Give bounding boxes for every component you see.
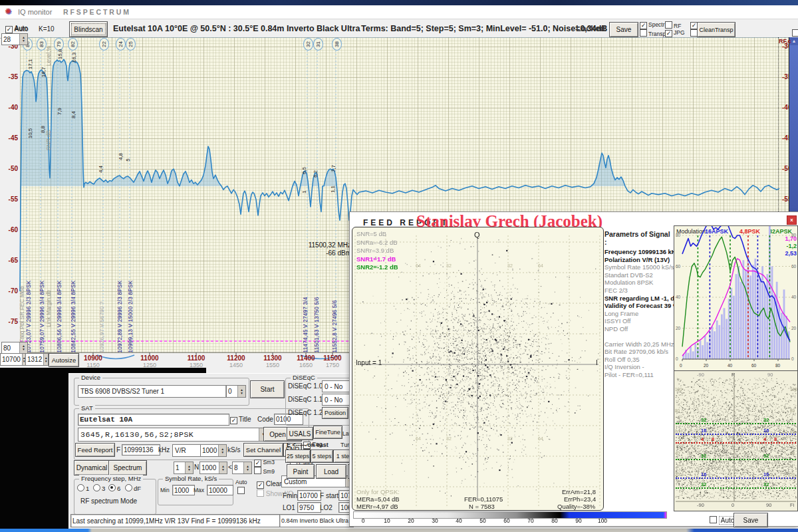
symbolrate-spinner[interactable]: 1000▲▼ xyxy=(200,444,227,457)
dyn-count-spinner[interactable]: 1▲▼ xyxy=(174,462,194,474)
svg-text:40: 40 xyxy=(728,363,733,368)
steps25-button[interactable]: 25 steps xyxy=(285,450,311,463)
tuner-combobox[interactable]: TBS 6908 DVBS/S2 Tuner 1▼ xyxy=(78,385,235,398)
i-axis-label: I xyxy=(596,359,598,366)
finetune-button[interactable]: FineTune xyxy=(313,426,342,439)
signal-param: ISSYI Off xyxy=(604,317,672,325)
checkbox-rf[interactable] xyxy=(665,21,672,29)
dyn-smooth-spinner[interactable]: 8▲▼ xyxy=(232,462,252,474)
radio-6[interactable] xyxy=(108,484,116,491)
y-tick: -55 xyxy=(9,196,18,203)
waterfall-bottom-label: 0 xyxy=(732,502,734,508)
menubar: ✺ IQ monitor R F S P E C T R U M xyxy=(0,5,798,19)
spectrum-button[interactable]: Spectrum xyxy=(108,460,147,475)
wf-auto-checkbox[interactable] xyxy=(710,516,717,523)
sm9-checkbox[interactable] xyxy=(254,467,261,474)
diseqc12-label: DiSEqC 1.2 xyxy=(288,409,323,416)
taskbar[interactable] xyxy=(0,529,798,532)
waterfall-right-tick: 40 xyxy=(790,451,795,456)
steps5-button[interactable]: 5 steps xyxy=(311,450,333,463)
waterfall-threshold-label: 16 xyxy=(701,471,706,477)
auto-checkbox[interactable] xyxy=(5,26,13,33)
waterfall-bottom-label: -90 xyxy=(697,502,704,508)
waterfall-left-tick: 60 xyxy=(675,430,680,434)
signal-param: Frequency 10999136 kHz xyxy=(604,248,672,256)
checkbox-label: Transp. xyxy=(647,31,668,37)
x-tick-rf: 11300 xyxy=(259,354,286,362)
show-iq-checkbox[interactable] xyxy=(257,489,264,497)
waterfall-bottom-label: 90 xyxy=(766,502,771,508)
rfc-label: RF,c xyxy=(779,38,791,45)
blindscan-button[interactable]: Blindscan xyxy=(69,21,108,37)
signal-param: Pilot - FER=0,111 xyxy=(604,371,672,379)
frequency-input[interactable]: 10999136 xyxy=(122,444,160,456)
input-label: Input = 1 xyxy=(356,359,382,366)
waterfall-threshold-label: 32 xyxy=(763,417,769,423)
checkbox-jpg[interactable] xyxy=(665,30,672,37)
sm3-checkbox[interactable] xyxy=(254,460,261,467)
dyn-points-spinner[interactable]: 1000▲▼ xyxy=(200,462,227,474)
set-channel-button[interactable]: Set Channel xyxy=(243,443,283,457)
n-value: N = 7583 xyxy=(469,503,495,510)
waterfall-top-label: -90 xyxy=(697,372,704,378)
checkbox-spectr[interactable] xyxy=(640,22,647,29)
cursor-level: -66 dBm xyxy=(271,249,351,257)
dynamical-button[interactable]: Dynamical xyxy=(74,460,110,475)
fmin-input[interactable]: 10700 xyxy=(297,490,321,501)
x-tick-rf: 11100 xyxy=(183,354,209,362)
checkbox-label: Spectr xyxy=(647,21,665,28)
feed-report-window: FEED REPORT Stanislav Grech (Jacobek) x … xyxy=(349,211,798,527)
load-button[interactable]: Load xyxy=(316,464,346,479)
freqstep-radio-dF: dF xyxy=(125,484,141,492)
khz-label: kHz xyxy=(158,446,170,454)
channel-combobox[interactable]: 3645,R,16130,56,S2;8PSK▼ xyxy=(78,428,269,442)
close-icon[interactable]: x xyxy=(787,215,797,225)
feed-report-button[interactable]: Feed Report xyxy=(75,443,115,457)
toolbar-terms: Terms: Band=5; Step=5; Sm=3; MinLevel= -… xyxy=(361,24,607,33)
spectrum-left-axis: -30-35-40-45-50-55-60-65-70-75 xyxy=(0,37,20,352)
cleantransp-button[interactable]: CleanTransp xyxy=(697,22,735,37)
black-region xyxy=(0,368,68,529)
waterfall-bottom-label: Fi xyxy=(790,502,794,508)
app-window: { "menubar":{"app":"IQ monitor","title":… xyxy=(0,0,798,532)
waterfall-left-tick: 20 xyxy=(675,472,680,477)
title-checkbox[interactable] xyxy=(230,417,237,424)
start-button[interactable]: Start xyxy=(250,380,285,398)
radio-1[interactable] xyxy=(77,484,84,491)
sr-auto-checkbox[interactable] xyxy=(237,487,245,494)
save-button[interactable]: Save xyxy=(609,22,638,37)
tuner-index-spinner[interactable]: 0▲▼ xyxy=(226,385,246,398)
max-label: Max xyxy=(194,487,204,493)
radio-3[interactable] xyxy=(93,484,100,491)
checkbox-transp.[interactable] xyxy=(640,29,647,37)
rfc-checkbox[interactable] xyxy=(792,29,798,37)
radio-dF[interactable] xyxy=(125,484,132,491)
constellation-panel: SNR=5 dBSNRa=-6.2 dBSNRr=3.9 dBSNR1=1.7 … xyxy=(352,227,604,511)
max-input[interactable]: 10000 xyxy=(207,485,233,495)
signal-param: Modulation 8PSK xyxy=(604,279,672,287)
east-label: E <----- on east xyxy=(287,442,329,448)
auto-label-text: Auto xyxy=(15,25,29,33)
y-tick: -65 xyxy=(9,257,18,264)
min-input[interactable]: 1000 xyxy=(172,485,195,495)
position-button[interactable]: Position xyxy=(322,407,348,419)
freq-span-spinner[interactable]: 1312▲▼ xyxy=(25,353,49,366)
usals-button[interactable]: USALS xyxy=(287,427,313,440)
diseqc10-label: DiSEqC 1.0 xyxy=(288,382,323,390)
wf-save-button[interactable]: Save xyxy=(733,513,768,527)
clear-loop-checkbox[interactable] xyxy=(257,481,264,489)
scale-number: 90 xyxy=(572,517,585,524)
autosize-button[interactable]: Autosize xyxy=(49,353,79,367)
gain-spinner[interactable]: 28▲▼ xyxy=(1,33,28,45)
satellite-name-input[interactable]: Eutelsat 10A xyxy=(78,414,229,426)
scale-number: 0 xyxy=(356,517,370,524)
lo1-input[interactable]: 9750 xyxy=(297,502,321,513)
freq-start-spinner[interactable]: 10700▲▼ xyxy=(0,353,25,366)
paint-button[interactable]: Paint xyxy=(287,464,315,479)
cursor-readout: 11500,32 MHz -66 dBm xyxy=(271,241,351,257)
signal-param: NPD Off xyxy=(604,325,672,333)
device-group-label: Device xyxy=(79,374,102,381)
ref-spinner[interactable]: 80▲▼ xyxy=(1,342,28,354)
radio-label: 3 xyxy=(100,485,105,492)
checkbox-label: RF xyxy=(672,23,681,29)
